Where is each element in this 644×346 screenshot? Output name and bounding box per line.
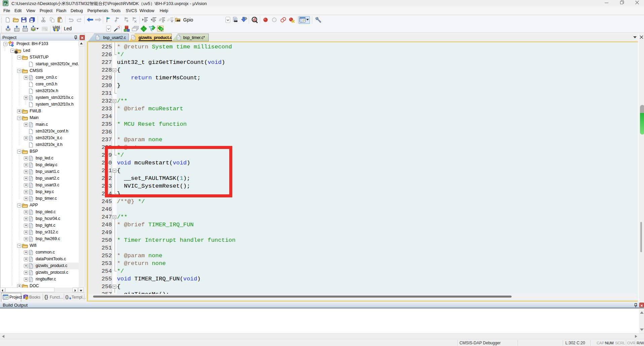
svg-text:µ: µ bbox=[4, 1, 6, 5]
svg-text://: // bbox=[159, 17, 162, 22]
svg-text:?: ? bbox=[26, 297, 28, 300]
svg-text://: // bbox=[167, 17, 170, 22]
svg-text:d: d bbox=[253, 17, 256, 22]
svg-text:s: s bbox=[6, 3, 8, 5]
